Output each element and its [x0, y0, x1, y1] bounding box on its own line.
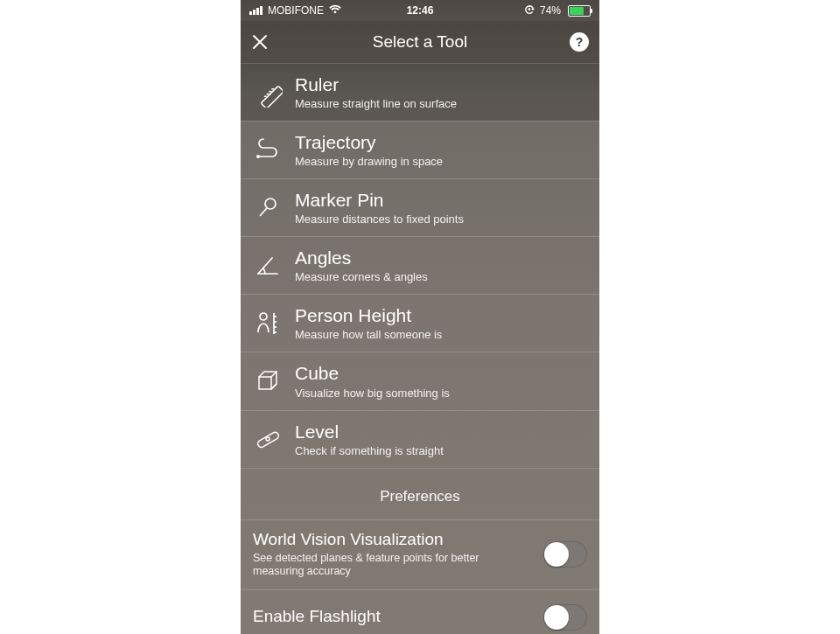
- marker-pin-icon: [253, 193, 283, 223]
- help-button[interactable]: ?: [570, 21, 589, 63]
- person-height-icon: [253, 309, 283, 338]
- pref-title: World Vision Visualization: [253, 531, 515, 549]
- tool-title: Trajectory: [295, 132, 443, 152]
- tool-item-angles[interactable]: Angles Measure corners & angles: [241, 236, 599, 294]
- tool-title: Marker Pin: [295, 190, 464, 210]
- level-icon: [253, 424, 283, 454]
- help-icon: ?: [570, 32, 589, 52]
- tool-subtitle: Measure by drawing in space: [295, 155, 443, 168]
- close-button[interactable]: [251, 21, 269, 63]
- phone-screen: MOBIFONE 12:46 74% Select a Tool ?: [241, 0, 599, 634]
- ruler-icon: [253, 78, 283, 108]
- tool-subtitle: Measure corners & angles: [295, 270, 428, 283]
- tool-title: Cube: [295, 363, 450, 383]
- tool-item-level[interactable]: Level Check if something is straight: [241, 410, 599, 468]
- tool-item-cube[interactable]: Cube Visualize how big something is: [241, 352, 599, 409]
- svg-point-7: [265, 199, 276, 209]
- cube-icon: [253, 366, 283, 396]
- tool-item-trajectory[interactable]: Trajectory Measure by drawing in space: [241, 121, 599, 178]
- close-icon: [251, 33, 269, 51]
- tool-subtitle: Visualize how big something is: [295, 387, 450, 400]
- header: Select a Tool ?: [241, 21, 599, 64]
- page-title: Select a Tool: [373, 32, 467, 52]
- svg-line-8: [260, 208, 267, 216]
- pref-item-world-vision: World Vision Visualization See detected …: [241, 519, 599, 589]
- trajectory-icon: [253, 136, 283, 165]
- tool-subtitle: Measure straight line on surface: [295, 97, 457, 110]
- angles-icon: [253, 251, 283, 281]
- tool-title: Ruler: [295, 74, 457, 94]
- toggle-enable-flashlight[interactable]: [543, 604, 587, 631]
- tool-title: Person Height: [295, 305, 442, 325]
- tool-subtitle: Measure how tall someone is: [295, 328, 442, 341]
- svg-point-16: [266, 437, 270, 441]
- tool-subtitle: Check if something is straight: [295, 444, 444, 457]
- svg-point-9: [260, 313, 267, 320]
- svg-point-6: [256, 155, 260, 158]
- status-bar: MOBIFONE 12:46 74%: [241, 0, 599, 21]
- svg-rect-15: [256, 431, 280, 449]
- tool-item-person-height[interactable]: Person Height Measure how tall someone i…: [241, 294, 599, 352]
- status-time: 12:46: [241, 4, 599, 17]
- tool-title: Angles: [295, 247, 428, 268]
- tool-subtitle: Measure distances to fixed points: [295, 212, 464, 226]
- pref-subtitle: See detected planes & feature points for…: [253, 552, 515, 579]
- tool-title: Level: [295, 422, 444, 442]
- tool-item-ruler[interactable]: Ruler Measure straight line on surface: [241, 64, 599, 121]
- section-header-preferences: Preferences: [241, 468, 599, 519]
- tool-list: Ruler Measure straight line on surface T…: [241, 64, 599, 634]
- pref-title: Enable Flashlight: [253, 608, 381, 626]
- toggle-world-vision[interactable]: [543, 541, 587, 568]
- battery-icon: [568, 5, 591, 17]
- pref-item-enable-flashlight: Enable Flashlight: [241, 589, 599, 634]
- tool-item-marker-pin[interactable]: Marker Pin Measure distances to fixed po…: [241, 178, 599, 236]
